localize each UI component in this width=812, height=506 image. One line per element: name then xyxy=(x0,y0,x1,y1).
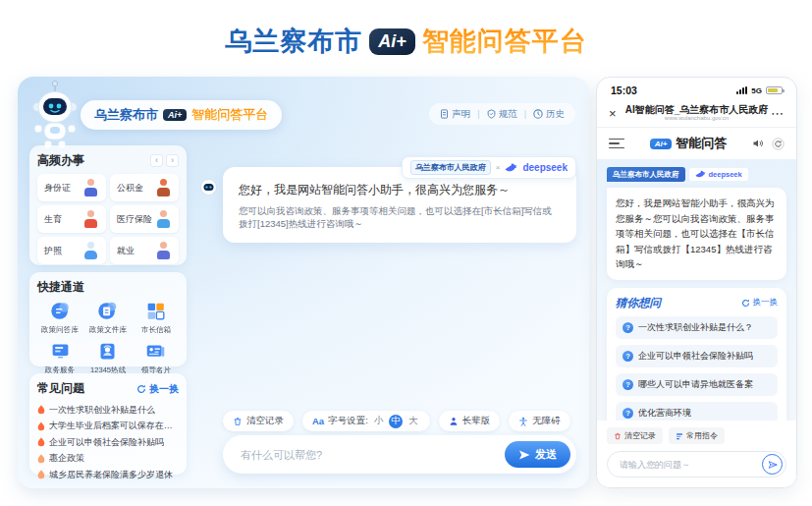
accessibility-label: 无障碍 xyxy=(532,415,561,427)
header-links: 声明 | 规范 | 历史 xyxy=(429,103,575,125)
shortcut-qa-library[interactable]: 政策问答库 xyxy=(37,301,83,335)
chat-input[interactable] xyxy=(239,448,505,462)
app-title-text: 智能问答 xyxy=(676,135,727,152)
font-small-option[interactable]: 小 xyxy=(372,415,386,427)
paper-plane-icon xyxy=(518,449,530,461)
service-label: 护照 xyxy=(44,245,62,257)
qa-library-icon xyxy=(50,301,71,321)
deepseek-whale-icon xyxy=(695,170,706,179)
elder-mode-button[interactable]: 长辈版 xyxy=(439,411,501,431)
deepseek-whale-icon xyxy=(505,163,517,173)
suggested-question[interactable]: 哪些人可以申请异地就医备案 xyxy=(616,373,778,396)
next-arrow-button[interactable]: › xyxy=(166,154,179,167)
service-item-medical[interactable]: 医疗保险 xyxy=(110,205,179,233)
question-icon xyxy=(623,379,633,390)
idcard-icon xyxy=(81,179,101,197)
faq-header: 常见问题 换一换 xyxy=(37,380,179,397)
history-link[interactable]: 历史 xyxy=(533,108,565,121)
page-title-suffix: 智能问答平台 xyxy=(422,24,587,59)
faq-item[interactable]: 企业可以申领社会保险补贴吗 xyxy=(37,434,179,451)
suggested-question[interactable]: 优化营商环境 xyxy=(616,402,778,422)
phone-send-button[interactable] xyxy=(762,454,783,475)
shortcut-12345-hotline[interactable]: 12345热线 xyxy=(85,341,132,375)
faq-refresh-button[interactable]: 换一换 xyxy=(136,382,179,396)
services-grid: 身份证 公积金 生育 医疗保险 xyxy=(37,174,179,264)
statement-link[interactable]: 声明 xyxy=(440,108,470,121)
hot-flame-icon xyxy=(37,454,45,464)
shortcut-mayor-mailbox[interactable]: 市长信箱 xyxy=(133,301,179,335)
sidebar: 高频办事 ‹ › 身份证 公积金 生育 xyxy=(29,145,187,481)
service-item-idcard[interactable]: 身份证 xyxy=(37,174,106,201)
standard-link[interactable]: 规范 xyxy=(487,108,517,121)
close-icon[interactable]: × xyxy=(609,106,625,121)
passport-icon xyxy=(81,242,101,259)
send-button[interactable]: 发送 xyxy=(505,441,570,468)
suggested-question-text: 企业可以申领社会保险补贴吗 xyxy=(638,350,753,363)
shortcut-leader-cards[interactable]: 领导名片 xyxy=(133,341,179,375)
suggested-question[interactable]: 企业可以申领社会保险补贴吗 xyxy=(616,345,778,367)
document-icon xyxy=(440,109,449,119)
refresh-history-icon[interactable] xyxy=(772,138,785,150)
suggest-refresh-label: 换一换 xyxy=(753,297,779,309)
robot-mascot-icon xyxy=(26,77,84,151)
faq-item[interactable]: 城乡居民养老保险满多少岁退休 xyxy=(37,467,179,483)
ai-plus-logo-badge: Ai+ xyxy=(369,28,415,55)
footer-pills: 清空记录 常用指令 xyxy=(607,427,786,444)
ai-plus-logo-badge: Ai+ xyxy=(163,109,187,121)
service-item-passport[interactable]: 护照 xyxy=(37,237,106,264)
phone-mockup: 15:03 5G × AI智能问答_乌兰察布市人民政府 www.wulancha… xyxy=(596,77,797,488)
hot-flame-icon xyxy=(37,437,45,447)
birth-icon xyxy=(81,210,101,228)
accessibility-button[interactable]: 无障碍 xyxy=(509,411,570,431)
font-size-icon xyxy=(312,416,324,426)
phone-footer: 清空记录 常用指令 xyxy=(597,421,796,487)
command-list-icon xyxy=(676,432,683,440)
service-item-employment[interactable]: 就业 xyxy=(110,237,179,264)
bot-avatar xyxy=(200,179,217,196)
shortcuts-card: 快捷通道 政策问答库 政策文件库 市长信箱 xyxy=(29,272,187,366)
faq-item[interactable]: 惠企政策 xyxy=(37,451,179,468)
chat-input-bar: 发送 xyxy=(223,435,576,474)
clear-history-button[interactable]: 清空记录 xyxy=(607,427,663,444)
service-label: 生育 xyxy=(44,213,62,226)
history-label: 历史 xyxy=(546,108,565,121)
brand-suffix: 智能问答平台 xyxy=(191,106,268,124)
faq-item[interactable]: 一次性求职创业补贴是什么 xyxy=(37,402,179,419)
menu-icon[interactable] xyxy=(609,139,624,149)
paper-plane-icon xyxy=(768,460,778,470)
signal-bars-icon xyxy=(736,86,747,94)
accessibility-icon xyxy=(518,417,528,426)
suggested-question[interactable]: 一次性求职创业补贴是什么？ xyxy=(616,316,778,339)
desktop-panel: 乌兰察布市 Ai+ 智能问答平台 声明 | 规范 | 历史 xyxy=(18,77,589,488)
phone-chat-input[interactable] xyxy=(618,459,762,471)
suggested-question-text: 一次性求职创业补贴是什么？ xyxy=(638,321,753,334)
policy-file-icon xyxy=(97,301,118,321)
faq-text: 企业可以申领社会保险补贴吗 xyxy=(49,436,164,449)
font-medium-option[interactable]: 中 xyxy=(389,415,403,428)
prev-arrow-button[interactable]: ‹ xyxy=(150,154,163,167)
housing-fund-icon xyxy=(154,179,174,197)
shortcuts-header: 快捷通道 xyxy=(37,279,179,296)
speaker-icon[interactable] xyxy=(752,138,764,149)
shortcut-gov-service[interactable]: 政务服务 xyxy=(37,341,83,375)
medical-insurance-icon xyxy=(154,210,174,228)
service-item-birth[interactable]: 生育 xyxy=(37,205,106,233)
suggested-question-text: 优化营商环境 xyxy=(638,407,691,420)
phone-app-title: Ai+ 智能问答 xyxy=(624,135,752,152)
service-item-fund[interactable]: 公积金 xyxy=(110,174,179,201)
common-commands-button[interactable]: 常用指令 xyxy=(669,427,725,444)
mayor-mailbox-icon xyxy=(145,301,166,321)
more-options-icon[interactable]: ⋯ xyxy=(768,106,785,121)
faq-refresh-label: 换一换 xyxy=(149,382,179,396)
refresh-icon xyxy=(741,299,750,308)
status-icons: 5G xyxy=(736,86,783,95)
brand-city: 乌兰察布市 xyxy=(94,106,158,124)
shortcut-label: 政策文件库 xyxy=(89,324,127,334)
font-large-option[interactable]: 大 xyxy=(406,415,420,427)
clear-history-button[interactable]: 清空记录 xyxy=(223,411,294,431)
clock-time: 15:03 xyxy=(611,84,637,96)
faq-item[interactable]: 大学生毕业后档案可以保存在哪里 xyxy=(37,419,179,435)
suggest-refresh-button[interactable]: 换一换 xyxy=(741,297,779,309)
service-label: 就业 xyxy=(117,245,135,257)
shortcut-policy-files[interactable]: 政策文件库 xyxy=(85,301,132,335)
